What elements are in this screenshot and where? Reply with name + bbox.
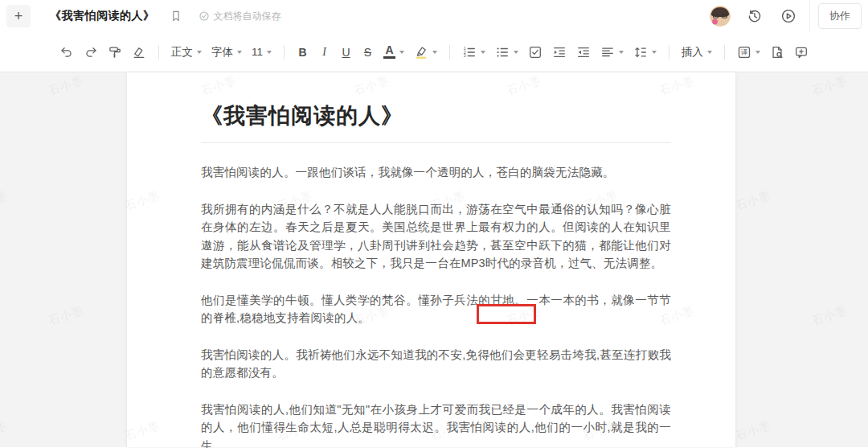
chevron-down-icon — [399, 51, 404, 54]
bold-button[interactable]: B — [293, 40, 313, 64]
bullet-list-button[interactable] — [491, 40, 522, 64]
title-divider — [201, 142, 671, 143]
chevron-down-icon — [432, 51, 437, 54]
watermark: 石小墨 — [0, 418, 10, 443]
line-spacing-button[interactable] — [629, 40, 661, 64]
watermark: 石小墨 — [810, 303, 849, 328]
task-list-button[interactable] — [524, 40, 547, 64]
toolbar-divider — [158, 45, 159, 60]
undo-button[interactable] — [55, 40, 78, 64]
paragraph: 我所拥有的内涵是什么？不就是人人能脱口而出，游荡在空气中最通俗的认知吗？像心脏在… — [201, 200, 671, 273]
toolbar-button-label: 11 — [252, 46, 263, 58]
watermark: 石小墨 — [810, 73, 849, 98]
clear-format-button[interactable] — [128, 40, 150, 64]
comment-button[interactable] — [790, 40, 813, 64]
top-bar: + 《我害怕阅读的人》 文档将自动保存 — [0, 0, 868, 32]
document-area: 《我害怕阅读的人》 我害怕阅读的人。一跟他们谈话，我就像一个透明的人，苍白的脑袋… — [0, 72, 868, 447]
strikethrough-button[interactable]: S — [358, 40, 378, 64]
red-annotation-box — [477, 304, 536, 324]
autosave-text: 文档将自动保存 — [214, 10, 281, 23]
chevron-down-icon — [652, 51, 657, 54]
toolbar-divider — [449, 45, 450, 60]
chevron-down-icon — [514, 51, 518, 54]
paragraph: 我害怕阅读的人,他们知道"无知"在小孩身上才可爱而我已经是一个成年的人。我害怕阅… — [201, 401, 671, 448]
paragraph-style-dropdown[interactable]: 正文 — [167, 40, 206, 64]
topbar-divider — [809, 0, 810, 32]
underline-button[interactable]: U — [336, 40, 356, 64]
page-title: 《我害怕阅读的人》 — [201, 101, 671, 130]
document-page[interactable]: 《我害怕阅读的人》 我害怕阅读的人。一跟他们谈话，我就像一个透明的人，苍白的脑袋… — [127, 72, 735, 447]
chevron-down-icon — [755, 51, 760, 54]
doc-search-button[interactable] — [766, 40, 788, 64]
new-document-button[interactable]: + — [6, 5, 31, 27]
chevron-down-icon — [267, 51, 272, 54]
ordered-list-button[interactable]: 123 — [458, 40, 489, 64]
present-icon[interactable] — [777, 5, 800, 27]
svg-text:译: 译 — [741, 48, 748, 56]
chevron-down-icon — [197, 51, 202, 54]
toolbar-button-label: 插入 — [682, 45, 703, 60]
format-painter-button[interactable] — [104, 40, 126, 64]
check-circle-icon — [199, 10, 210, 22]
align-button[interactable] — [596, 40, 628, 64]
indent-decrease-button[interactable] — [572, 40, 595, 64]
document-title: 《我害怕阅读的人》 — [50, 9, 155, 23]
app-window: + 《我害怕阅读的人》 文档将自动保存 — [0, 0, 868, 448]
chevron-down-icon — [481, 51, 485, 54]
chevron-down-icon — [237, 51, 242, 54]
toolbar-divider — [669, 45, 669, 60]
redo-button[interactable] — [80, 40, 102, 64]
paragraph: 我害怕阅读的人。我祈祷他们永远不知道我的不安,免得他们会更轻易击垮我,甚至连打败… — [201, 346, 671, 382]
watermark: 石小墨 — [734, 418, 772, 443]
translate-button[interactable]: 译 — [733, 40, 764, 64]
document-body: 我害怕阅读的人。一跟他们谈话，我就像一个透明的人，苍白的脑袋无法隐藏。我所拥有的… — [201, 163, 671, 448]
autosave-status: 文档将自动保存 — [199, 10, 281, 23]
font-family-dropdown[interactable]: 字体 — [207, 40, 246, 64]
paragraph: 他们是懂美学的牛顿。懂人类学的梵谷。懂孙子兵法的甘地。一本一本的书，就像一节节的… — [201, 291, 671, 327]
insert-dropdown[interactable]: 插入 — [678, 40, 716, 64]
toolbar: 正文字体11BIUSA123插入译 — [0, 32, 868, 72]
watermark: 石小墨 — [734, 188, 772, 213]
avatar[interactable] — [710, 6, 731, 27]
chevron-down-icon — [619, 51, 624, 54]
watermark: 石小墨 — [47, 73, 85, 98]
toolbar-button-label: 正文 — [171, 45, 193, 60]
toolbar-button-label: 字体 — [211, 45, 233, 60]
italic-button[interactable]: I — [314, 40, 334, 64]
highlight-color-button[interactable] — [410, 40, 441, 64]
toolbar-divider — [284, 45, 285, 60]
watermark: 石小墨 — [0, 188, 10, 213]
plus-icon: + — [14, 9, 23, 23]
collaborate-button[interactable]: 协作 — [818, 3, 862, 29]
paragraph: 我害怕阅读的人。一跟他们谈话，我就像一个透明的人，苍白的脑袋无法隐藏。 — [201, 163, 671, 182]
indent-increase-button[interactable] — [548, 40, 571, 64]
font-color-button[interactable]: A — [379, 40, 408, 64]
history-icon[interactable] — [743, 5, 766, 27]
font-size-dropdown[interactable]: 11 — [248, 40, 276, 64]
svg-text:3: 3 — [464, 53, 466, 58]
bookmark-icon[interactable] — [166, 6, 186, 26]
toolbar-divider — [724, 45, 725, 60]
watermark: 石小墨 — [47, 303, 85, 328]
chevron-down-icon — [707, 51, 712, 54]
